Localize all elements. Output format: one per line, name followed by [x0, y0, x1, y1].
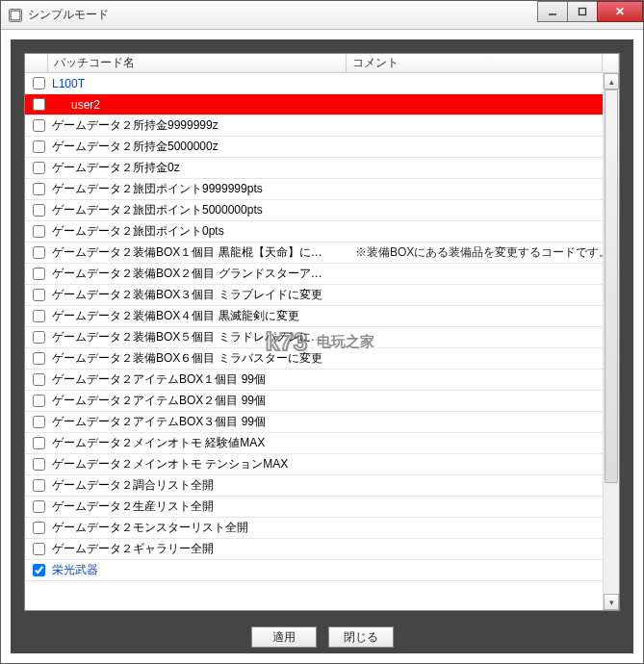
- list-item[interactable]: ゲームデータ２所持金5000000z: [25, 137, 619, 158]
- list-item[interactable]: user2: [25, 94, 619, 115]
- checkbox-input[interactable]: [33, 500, 45, 513]
- list-item[interactable]: ゲームデータ２メインオトモ 経験値MAX: [25, 433, 619, 454]
- header-name-col[interactable]: パッチコード名: [48, 54, 347, 72]
- list-item[interactable]: ゲームデータ２アイテムBOX２個目 99個: [25, 391, 619, 412]
- list-item[interactable]: ゲームデータ２装備BOX３個目 ミラブレイドに変更: [25, 285, 619, 306]
- checkbox-input[interactable]: [33, 77, 45, 89]
- row-checkbox[interactable]: [29, 77, 48, 89]
- row-name: ゲームデータ２旅団ポイント9999999pts: [48, 181, 351, 197]
- minimize-button[interactable]: [537, 1, 568, 22]
- checkbox-input[interactable]: [33, 331, 45, 344]
- checkbox-input[interactable]: [33, 522, 45, 534]
- row-checkbox[interactable]: [29, 395, 48, 407]
- list-item[interactable]: ゲームデータ２調合リスト全開: [25, 475, 619, 497]
- scrollbar[interactable]: ▴ ▾: [603, 73, 619, 610]
- row-checkbox[interactable]: [29, 162, 48, 174]
- row-name: ゲームデータ２装備BOX３個目 ミラブレイドに変更: [48, 287, 351, 303]
- checkbox-input[interactable]: [33, 564, 45, 576]
- checkbox-input[interactable]: [33, 373, 45, 386]
- row-name: ゲームデータ２装備BOX６個目 ミラバスターに変更: [48, 350, 351, 367]
- row-checkbox[interactable]: [29, 183, 48, 195]
- checkbox-input[interactable]: [33, 289, 45, 301]
- maximize-button[interactable]: [567, 1, 598, 22]
- checkbox-input[interactable]: [33, 119, 45, 132]
- checkbox-input[interactable]: [33, 395, 45, 407]
- svg-rect-2: [580, 9, 586, 15]
- checkbox-input[interactable]: [33, 416, 45, 428]
- list-item[interactable]: ゲームデータ２装備BOX２個目 グランドスターア…: [25, 264, 619, 285]
- row-name: ゲームデータ２アイテムBOX２個目 99個: [48, 393, 351, 409]
- row-checkbox[interactable]: [29, 289, 48, 301]
- row-name: ゲームデータ２装備BOX２個目 グランドスターア…: [48, 266, 351, 282]
- row-checkbox[interactable]: [29, 352, 48, 365]
- checkbox-input[interactable]: [33, 437, 45, 449]
- list-item[interactable]: ゲームデータ２ギャラリー全開: [25, 539, 619, 560]
- list-group[interactable]: L100T: [25, 73, 619, 94]
- row-checkbox[interactable]: [29, 522, 48, 534]
- row-checkbox[interactable]: [29, 564, 48, 576]
- row-checkbox[interactable]: [29, 204, 48, 217]
- row-checkbox[interactable]: [29, 98, 48, 111]
- list-item[interactable]: ゲームデータ２装備BOX４個目 黒滅龍剣に変更: [25, 306, 619, 327]
- list-item[interactable]: ゲームデータ２旅団ポイント0pts: [25, 221, 619, 243]
- checkbox-input[interactable]: [33, 183, 45, 195]
- checkbox-input[interactable]: [33, 140, 45, 153]
- row-checkbox[interactable]: [29, 331, 48, 344]
- row-checkbox[interactable]: [29, 458, 48, 471]
- scroll-up-icon[interactable]: ▴: [604, 73, 619, 89]
- close-dialog-button[interactable]: 閉じる: [328, 626, 394, 648]
- checkbox-input[interactable]: [33, 543, 45, 555]
- list-item[interactable]: ゲームデータ２アイテムBOX１個目 99個: [25, 370, 619, 391]
- checkbox-input[interactable]: [33, 268, 45, 280]
- row-name: ゲームデータ２メインオトモ 経験値MAX: [48, 435, 351, 451]
- list-body: L100Tuser2ゲームデータ２所持金9999999zゲームデータ２所持金50…: [25, 73, 619, 610]
- close-button[interactable]: ✕: [597, 1, 643, 22]
- list-item[interactable]: ゲームデータ２装備BOX６個目 ミラバスターに変更: [25, 348, 619, 370]
- row-checkbox[interactable]: [29, 246, 48, 259]
- row-checkbox[interactable]: [29, 268, 48, 280]
- row-checkbox[interactable]: [29, 119, 48, 132]
- window-buttons: ✕: [538, 1, 643, 22]
- row-checkbox[interactable]: [29, 310, 48, 322]
- scroll-track[interactable]: [604, 89, 619, 594]
- checkbox-input[interactable]: [33, 458, 45, 471]
- list-item[interactable]: ゲームデータ２装備BOX１個目 黒龍棍【天命】に…※装備BOXにある装備品を変更…: [25, 243, 619, 264]
- list-item[interactable]: ゲームデータ２メインオトモ テンションMAX: [25, 454, 619, 475]
- header-comment-col[interactable]: コメント: [347, 54, 603, 72]
- list-item[interactable]: ゲームデータ２モンスターリスト全開: [25, 518, 619, 539]
- code-list: パッチコード名 コメント L100Tuser2ゲームデータ２所持金9999999…: [24, 53, 620, 611]
- scroll-down-icon[interactable]: ▾: [604, 594, 619, 610]
- scroll-thumb[interactable]: [605, 89, 618, 483]
- header-checkbox-col[interactable]: [25, 54, 48, 72]
- checkbox-input[interactable]: [33, 204, 45, 217]
- row-checkbox[interactable]: [29, 373, 48, 386]
- list-item[interactable]: ゲームデータ２生産リスト全開: [25, 497, 619, 518]
- checkbox-input[interactable]: [33, 246, 45, 259]
- list-item[interactable]: ゲームデータ２装備BOX５個目 ミラドレパノンに…: [25, 327, 619, 348]
- list-item[interactable]: ゲームデータ２所持金9999999z: [25, 115, 619, 137]
- row-checkbox[interactable]: [29, 500, 48, 513]
- row-checkbox[interactable]: [29, 140, 48, 153]
- row-comment: ※装備BOXにある装備品を変更するコードです。: [351, 244, 615, 261]
- checkbox-input[interactable]: [33, 98, 45, 111]
- checkbox-input[interactable]: [33, 162, 45, 174]
- checkbox-input[interactable]: [33, 225, 45, 238]
- list-item[interactable]: ゲームデータ２旅団ポイント9999999pts: [25, 179, 619, 200]
- row-checkbox[interactable]: [29, 479, 48, 492]
- checkbox-input[interactable]: [33, 310, 45, 322]
- row-checkbox[interactable]: [29, 543, 48, 555]
- row-name: ゲームデータ２モンスターリスト全開: [48, 520, 351, 536]
- list-group[interactable]: 栄光武器: [25, 560, 619, 581]
- checkbox-input[interactable]: [33, 352, 45, 365]
- apply-button[interactable]: 適用: [251, 626, 317, 648]
- row-checkbox[interactable]: [29, 437, 48, 449]
- list-item[interactable]: ゲームデータ２所持金0z: [25, 158, 619, 179]
- titlebar[interactable]: シンプルモード ✕: [1, 1, 643, 30]
- list-header: パッチコード名 コメント: [25, 54, 619, 73]
- list-item[interactable]: ゲームデータ２アイテムBOX３個目 99個: [25, 412, 619, 433]
- row-checkbox[interactable]: [29, 225, 48, 238]
- checkbox-input[interactable]: [33, 479, 45, 492]
- list-item[interactable]: ゲームデータ２旅団ポイント5000000pts: [25, 200, 619, 221]
- app-window: シンプルモード ✕ パッチコード名 コメント L100Tuser2ゲームデータ２…: [0, 0, 644, 664]
- row-checkbox[interactable]: [29, 416, 48, 428]
